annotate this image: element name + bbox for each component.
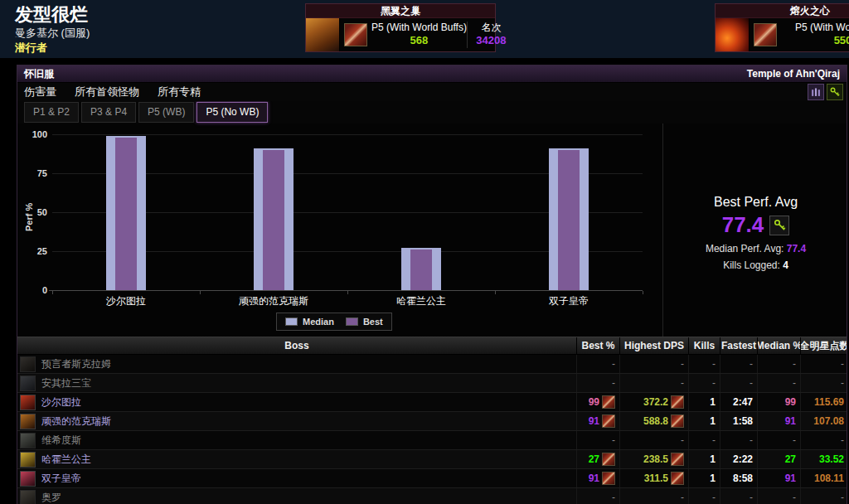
median-pct: - xyxy=(793,358,796,370)
boss-link-huhuran[interactable]: 哈霍兰公主 xyxy=(41,453,91,467)
cell-highest-dps: - xyxy=(620,355,689,373)
kills: 1 xyxy=(710,396,716,408)
cell-best-pct: 99 xyxy=(577,393,620,411)
legend-item-best: Best xyxy=(346,317,383,327)
boss-icon-ouro xyxy=(20,490,36,504)
badge-score: 568 xyxy=(371,34,467,48)
raid-badge-blackwing-lair[interactable]: 黑翼之巢 P5 (With World Buffs) 568 名次 34208 xyxy=(305,3,496,52)
median-pct: - xyxy=(793,492,796,503)
cell-median-pct: - xyxy=(758,374,801,392)
boss-icon-skeram xyxy=(20,356,36,372)
boss-cell: 哈霍兰公主 xyxy=(17,450,577,468)
cell-highest-dps: - xyxy=(620,431,689,449)
tab-p5-no-wb[interactable]: P5 (No WB) xyxy=(196,102,268,123)
boss-table: BossBest %Highest DPSKillsFastestMedian … xyxy=(17,337,847,504)
all-star-points: 115.69 xyxy=(814,396,844,408)
legend-item-median: Median xyxy=(285,317,334,327)
spec-icon xyxy=(671,453,684,466)
column-header: Highest DPS xyxy=(620,337,689,354)
table-row: 安其拉三宝------ xyxy=(17,374,847,393)
bar-best xyxy=(558,150,580,290)
highest-dps: - xyxy=(681,358,684,370)
tab-p3-p4[interactable]: P3 & P4 xyxy=(81,102,136,123)
badge-rank-label: 名次 xyxy=(468,22,515,35)
table-row: 双子皇帝91311.518:5891108.11 xyxy=(17,469,847,488)
boss-icon-viscidus xyxy=(20,433,36,448)
bar-best xyxy=(410,250,432,290)
kills-logged-label: Kills Logged: xyxy=(723,259,780,271)
best-pct: 91 xyxy=(589,415,599,427)
cell-fastest: - xyxy=(720,488,758,504)
spec-icon xyxy=(602,472,615,485)
kills-logged-value: 4 xyxy=(783,259,788,271)
cell-highest-dps: - xyxy=(620,488,689,504)
best-pct: - xyxy=(612,434,615,446)
summary-panel: Best Perf. Avg 77.4 Median Perf. Avg: 77… xyxy=(662,124,847,337)
fastest: 1:58 xyxy=(733,415,753,427)
boss-icon-fankriss xyxy=(20,414,36,429)
perf-chart: Perf % MedianBest 0255075100沙尔图拉顽强的范克瑞斯哈… xyxy=(17,124,662,337)
median-perf-avg-label: Median Perf. Avg: xyxy=(706,243,784,254)
character-class: 潜行者 xyxy=(15,41,47,56)
fastest: - xyxy=(750,358,753,370)
phase-tab-bar: P1 & P2P3 & P4P5 (WB)P5 (No WB) xyxy=(17,101,847,124)
kills: - xyxy=(712,492,716,503)
fastest: 8:58 xyxy=(733,472,753,484)
cell-fastest: - xyxy=(720,374,758,392)
chart-legend: MedianBest xyxy=(276,313,392,331)
best-pct: - xyxy=(612,492,615,503)
raid-badge-molten-core[interactable]: 熔火之心 P5 (With World Buffs) 550 xyxy=(715,3,849,52)
column-header: Fastest xyxy=(720,337,758,354)
median-pct: 91 xyxy=(785,415,796,427)
cell-best-pct: - xyxy=(577,488,620,504)
temple-icon[interactable] xyxy=(808,84,824,100)
boss-cell: 沙尔图拉 xyxy=(17,393,577,411)
bar-best xyxy=(115,138,137,290)
tab-p5-wb[interactable]: P5 (WB) xyxy=(138,102,194,123)
x-axis-label: 哈霍兰公主 xyxy=(347,294,495,308)
filter-item-damage[interactable]: 伤害量 xyxy=(24,85,56,99)
column-header: Best % xyxy=(577,337,620,354)
key-icon[interactable] xyxy=(769,216,789,235)
cell-median-pct: - xyxy=(758,355,801,373)
boss-link-ouro: 奥罗 xyxy=(41,491,61,504)
filter-item-all-bosses[interactable]: 所有首领怪物 xyxy=(75,85,139,99)
spec-icon xyxy=(602,414,615,428)
boss-icon-huhuran xyxy=(20,452,36,468)
fastest: 2:47 xyxy=(733,396,753,408)
best-pct: 27 xyxy=(589,453,599,465)
cell-median-pct: 99 xyxy=(758,393,801,411)
badge-rank-value: 34208 xyxy=(468,34,515,48)
legend-swatch xyxy=(346,317,358,326)
tab-p1-p2[interactable]: P1 & P2 xyxy=(24,102,79,123)
boss-cell: 双子皇帝 xyxy=(17,469,577,487)
y-tick-label: 25 xyxy=(17,246,47,256)
gridline xyxy=(52,134,643,135)
x-axis-label: 沙尔图拉 xyxy=(52,294,200,308)
boss-link-fankriss[interactable]: 顽强的范克瑞斯 xyxy=(41,414,111,429)
blackwing-lair-icon xyxy=(306,18,339,51)
fastest: - xyxy=(750,434,753,446)
best-pct: 99 xyxy=(589,396,599,408)
y-tick-label: 75 xyxy=(17,168,47,178)
boss-link-twin-emperors[interactable]: 双子皇帝 xyxy=(41,472,81,486)
cell-best-pct: 91 xyxy=(577,412,620,430)
cell-kills: 1 xyxy=(689,450,720,468)
molten-core-icon xyxy=(716,18,749,51)
key-icon[interactable] xyxy=(827,84,843,100)
boss-link-sartura[interactable]: 沙尔图拉 xyxy=(41,395,81,410)
median-pct: 99 xyxy=(785,396,796,408)
table-row: 奥罗------ xyxy=(17,488,847,504)
cell-kills: 1 xyxy=(689,412,720,430)
cell-all-star-points: - xyxy=(801,431,847,449)
kills: 1 xyxy=(710,472,716,484)
spec-icon xyxy=(602,453,615,466)
filter-item-all-specs[interactable]: 所有专精 xyxy=(158,85,201,99)
all-star-points: - xyxy=(841,377,844,389)
badge-score: 550 xyxy=(781,34,849,48)
boss-cell: 安其拉三宝 xyxy=(17,374,577,392)
boss-link-viscidus: 维希度斯 xyxy=(41,434,81,448)
cell-all-star-points: 107.08 xyxy=(801,412,847,430)
character-name: 发型很烂 xyxy=(15,2,88,27)
cell-kills: - xyxy=(689,374,720,392)
